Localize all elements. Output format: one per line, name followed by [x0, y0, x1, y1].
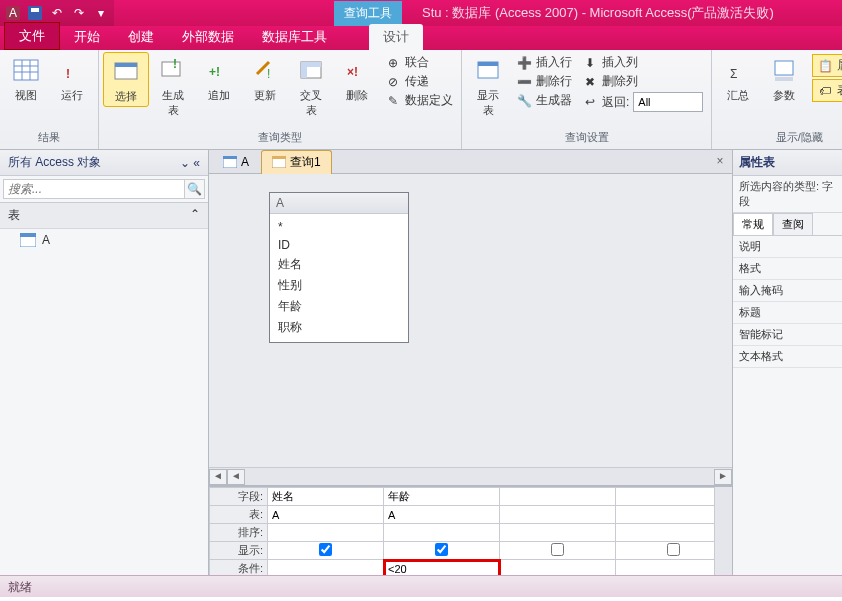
field-star[interactable]: *	[278, 218, 400, 236]
save-icon[interactable]	[26, 4, 44, 22]
show-checkbox-2[interactable]	[435, 543, 448, 556]
showtable-button[interactable]: 显示表	[466, 52, 510, 120]
union-button[interactable]: ⊕联合	[385, 54, 453, 71]
prop-format[interactable]: 格式	[733, 258, 842, 280]
nav-group-label: 表	[8, 207, 20, 224]
run-label: 运行	[61, 88, 83, 103]
insertcol-button[interactable]: ⬇插入列	[582, 54, 703, 71]
svg-rect-28	[223, 156, 237, 159]
prop-description[interactable]: 说明	[733, 236, 842, 258]
tablenames-button[interactable]: 🏷表名称	[812, 79, 842, 102]
datadef-button[interactable]: ✎数据定义	[385, 92, 453, 109]
prop-caption[interactable]: 标题	[733, 302, 842, 324]
field-cell-1[interactable]: 姓名	[268, 488, 384, 506]
field-gender[interactable]: 性别	[278, 275, 400, 296]
field-cell-3[interactable]	[500, 488, 616, 506]
sort-cell-1[interactable]	[268, 524, 384, 542]
table-fieldlist[interactable]: A * ID 姓名 性别 年龄 职称	[269, 192, 409, 343]
maketable-button[interactable]: ! 生成表	[151, 52, 196, 120]
work-area: 所有 Access 对象 ⌄ « 🔍 表 ⌃ A A 查询1 ×	[0, 150, 842, 575]
scroll-right-icon[interactable]: ►	[714, 469, 732, 485]
nav-item-table-a[interactable]: A	[0, 229, 208, 251]
propsheet-button[interactable]: 📋属性表	[812, 54, 842, 77]
show-checkbox-1[interactable]	[319, 543, 332, 556]
chevron-down-icon[interactable]: ⌄ «	[180, 156, 200, 170]
scroll-left2-icon[interactable]: ◄	[227, 469, 245, 485]
grid-vscroll[interactable]	[714, 487, 732, 575]
doc-tab-a-label: A	[241, 155, 249, 169]
table-cell-3[interactable]	[500, 506, 616, 524]
run-button[interactable]: ! 运行	[50, 52, 94, 105]
group-querytype: 选择 ! 生成表 +! 追加 ! 更新 交叉表 ×! 删除	[99, 50, 462, 149]
nav-item-label: A	[42, 233, 50, 247]
field-cell-2[interactable]: 年龄	[384, 488, 500, 506]
totals-button[interactable]: Σ 汇总	[716, 52, 760, 105]
select-query-button[interactable]: 选择	[103, 52, 149, 107]
passthrough-button[interactable]: ⊘传递	[385, 73, 453, 90]
undo-icon[interactable]: ↶	[48, 4, 66, 22]
nav-group-tables[interactable]: 表 ⌃	[0, 203, 208, 229]
tab-file[interactable]: 文件	[4, 22, 60, 50]
table-cell-2[interactable]: A	[384, 506, 500, 524]
sort-cell-2[interactable]	[384, 524, 500, 542]
show-checkbox-4[interactable]	[667, 543, 680, 556]
svg-text:+!: +!	[209, 65, 220, 79]
doc-tab-a[interactable]: A	[213, 152, 259, 172]
passthrough-label: 传递	[405, 73, 429, 90]
field-age[interactable]: 年龄	[278, 296, 400, 317]
insertcol-icon: ⬇	[582, 55, 598, 71]
doc-tab-query1[interactable]: 查询1	[261, 150, 332, 174]
qat-dropdown-icon[interactable]: ▾	[92, 4, 110, 22]
prop-smarttags[interactable]: 智能标记	[733, 324, 842, 346]
propsheet-label: 属性表	[837, 57, 842, 74]
prop-tab-lookup[interactable]: 查阅	[773, 213, 813, 235]
deleterow-button[interactable]: ➖删除行	[516, 73, 572, 90]
datadef-icon: ✎	[385, 93, 401, 109]
canvas-hscroll[interactable]: ◄ ◄ ►	[209, 467, 732, 485]
tab-home[interactable]: 开始	[60, 24, 114, 50]
tab-create[interactable]: 创建	[114, 24, 168, 50]
row-field-label: 字段:	[210, 488, 268, 506]
prop-inputmask[interactable]: 输入掩码	[733, 280, 842, 302]
params-button[interactable]: 参数	[762, 52, 806, 105]
search-icon[interactable]: 🔍	[185, 179, 205, 199]
return-combo[interactable]	[633, 92, 703, 112]
scroll-left-icon[interactable]: ◄	[209, 469, 227, 485]
tab-design[interactable]: 设计	[369, 24, 423, 50]
prop-tab-general[interactable]: 常规	[733, 213, 773, 235]
builder-button[interactable]: 🔧生成器	[516, 92, 572, 109]
prop-textformat[interactable]: 文本格式	[733, 346, 842, 368]
delete-query-button[interactable]: ×! 删除	[335, 52, 379, 105]
field-id[interactable]: ID	[278, 236, 400, 254]
crosstab-button[interactable]: 交叉表	[289, 52, 334, 120]
nav-header[interactable]: 所有 Access 对象 ⌄ «	[0, 150, 208, 176]
redo-icon[interactable]: ↷	[70, 4, 88, 22]
app-icon[interactable]: A	[4, 4, 22, 22]
close-icon[interactable]: ×	[712, 154, 728, 170]
tab-dbtools[interactable]: 数据库工具	[248, 24, 341, 50]
delete-icon: ×!	[341, 54, 373, 86]
field-title[interactable]: 职称	[278, 317, 400, 338]
show-cell-1[interactable]	[268, 542, 384, 560]
sort-cell-3[interactable]	[500, 524, 616, 542]
svg-text:×!: ×!	[347, 65, 358, 79]
table-icon	[20, 233, 36, 247]
field-name[interactable]: 姓名	[278, 254, 400, 275]
update-button[interactable]: ! 更新	[243, 52, 287, 105]
view-button[interactable]: 视图	[4, 52, 48, 105]
insertrow-button[interactable]: ➕插入行	[516, 54, 572, 71]
deletecol-button[interactable]: ✖删除列	[582, 73, 703, 90]
append-button[interactable]: +! 追加	[197, 52, 241, 105]
show-cell-2[interactable]	[384, 542, 500, 560]
tab-external[interactable]: 外部数据	[168, 24, 248, 50]
insertrow-label: 插入行	[536, 54, 572, 71]
params-label: 参数	[773, 88, 795, 103]
show-cell-3[interactable]	[500, 542, 616, 560]
table-cell-1[interactable]: A	[268, 506, 384, 524]
show-checkbox-3[interactable]	[551, 543, 564, 556]
design-canvas[interactable]: A * ID 姓名 性别 年龄 职称	[209, 174, 732, 467]
search-input[interactable]	[3, 179, 185, 199]
collapse-icon[interactable]: ⌃	[190, 207, 200, 224]
property-sheet: 属性表 所选内容的类型: 字段 常规 查阅 说明 格式 输入掩码 标题 智能标记…	[732, 150, 842, 575]
svg-rect-4	[14, 60, 38, 80]
